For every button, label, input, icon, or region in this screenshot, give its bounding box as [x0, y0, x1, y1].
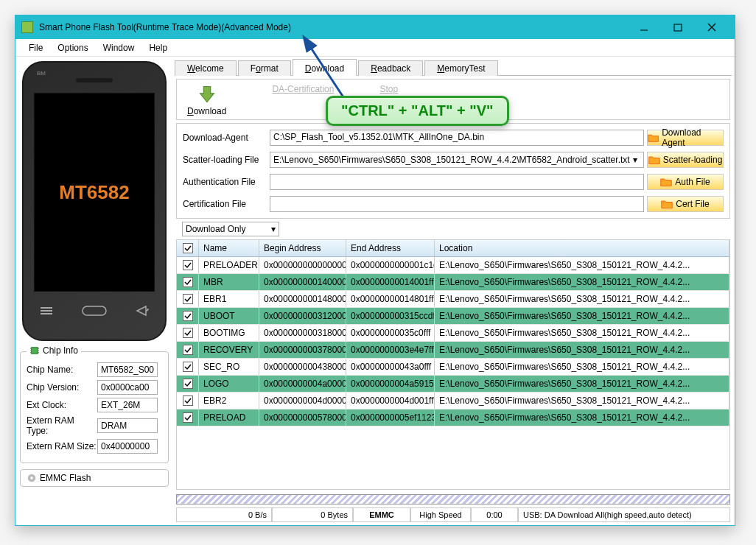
- scatter-input[interactable]: E:\Lenovo_S650\Firmwares\S650_S308_15012…: [270, 152, 644, 168]
- close-button[interactable]: [695, 15, 729, 39]
- chevron-down-icon[interactable]: ▾: [630, 155, 640, 165]
- download-agent-input[interactable]: C:\SP_Flash_Tool_v5.1352.01\MTK_AllInOne…: [270, 130, 644, 146]
- row-end: 0x0000000004d001ff: [346, 393, 435, 409]
- header-end[interactable]: End Address: [346, 240, 435, 256]
- row-check[interactable]: [177, 359, 199, 375]
- row-end: 0x0000000004a5915f: [346, 376, 435, 392]
- row-name: PRELOAD: [199, 409, 259, 426]
- checkbox[interactable]: [183, 294, 193, 304]
- row-check[interactable]: [177, 376, 199, 392]
- row-check[interactable]: [177, 325, 199, 341]
- table-row[interactable]: MBR 0x0000000001400000 0x00000000014001f…: [177, 274, 729, 291]
- chip-label: Chip Version:: [27, 382, 97, 393]
- chip-value[interactable]: [97, 398, 158, 412]
- tab-elcome[interactable]: Welcome: [175, 60, 237, 76]
- row-end: 0x00000000043a0fff: [346, 359, 435, 375]
- gear-icon: [27, 473, 37, 483]
- menu-help[interactable]: Help: [141, 41, 175, 54]
- menu-options[interactable]: Options: [50, 41, 95, 54]
- table-row[interactable]: BOOTIMG 0x0000000003180000 0x00000000035…: [177, 325, 729, 342]
- row-begin: 0x0000000004a00000: [259, 376, 346, 392]
- row-check[interactable]: [177, 342, 199, 358]
- table-row[interactable]: RECOVERY 0x0000000003780000 0x0000000003…: [177, 342, 729, 359]
- row-end: 0x0000000005ef1123: [346, 409, 435, 426]
- chip-label: Extern RAM Type:: [27, 415, 97, 436]
- header-check[interactable]: [177, 240, 199, 256]
- chip-row: Extern RAM Type:: [27, 415, 162, 436]
- status-usb: USB: DA Download All(high speed,auto det…: [518, 507, 730, 522]
- home-icon: [80, 305, 109, 317]
- chip-value[interactable]: [97, 439, 158, 454]
- header-begin[interactable]: Begin Address: [259, 240, 346, 256]
- table-row[interactable]: PRELOADER 0x0000000000000000 0x000000000…: [177, 257, 729, 274]
- svg-rect-1: [674, 24, 682, 31]
- phone-brand: BM: [37, 70, 46, 77]
- cert-input[interactable]: [270, 196, 644, 212]
- status-speed: High Speed: [410, 507, 471, 522]
- status-time: 0:00: [471, 507, 518, 522]
- chip-value[interactable]: [97, 362, 158, 377]
- chip-info-group: Chip Info Chip Name:Chip Version:Ext Clo…: [20, 351, 169, 463]
- checkbox[interactable]: [183, 395, 193, 406]
- header-name[interactable]: Name: [199, 240, 259, 256]
- download-agent-button[interactable]: Download Agent: [647, 130, 724, 146]
- row-check[interactable]: [177, 257, 199, 273]
- checkbox[interactable]: [183, 412, 193, 423]
- row-location: E:\Lenovo_S650\Firmwares\S650_S308_15012…: [435, 409, 729, 426]
- row-name: BOOTIMG: [199, 325, 259, 341]
- table-row[interactable]: UBOOT 0x0000000003120000 0x000000000315c…: [177, 308, 729, 325]
- row-check[interactable]: [177, 291, 199, 307]
- menu-window[interactable]: Window: [96, 41, 142, 54]
- table-body[interactable]: PRELOADER 0x0000000000000000 0x000000000…: [177, 257, 729, 489]
- cert-label: Certification File: [183, 199, 267, 209]
- download-button[interactable]: Download: [183, 82, 231, 118]
- table-row[interactable]: SEC_RO 0x0000000004380000 0x00000000043a…: [177, 359, 729, 376]
- shortcut-callout: "CTRL" + "ALT" + "V": [326, 96, 509, 126]
- app-icon: [21, 21, 33, 33]
- auth-button[interactable]: Auth File: [647, 174, 724, 190]
- checkbox[interactable]: [183, 345, 193, 355]
- row-check[interactable]: [177, 409, 199, 426]
- checkbox[interactable]: [183, 277, 193, 287]
- chip-row: Ext Clock:: [27, 398, 162, 412]
- progress-bar: [176, 494, 730, 504]
- minimize-button[interactable]: [627, 15, 661, 39]
- checkbox[interactable]: [183, 311, 193, 321]
- scatter-button[interactable]: Scatter-loading: [647, 152, 724, 168]
- checkbox[interactable]: [183, 379, 193, 389]
- table-row[interactable]: EBR1 0x0000000001480000 0x00000000014801…: [177, 291, 729, 308]
- row-name: SEC_RO: [199, 359, 259, 375]
- checkbox[interactable]: [183, 260, 193, 270]
- row-check[interactable]: [177, 393, 199, 409]
- row-location: E:\Lenovo_S650\Firmwares\S650_S308_15012…: [435, 342, 729, 358]
- row-check[interactable]: [177, 308, 199, 324]
- auth-input[interactable]: [270, 174, 644, 190]
- maximize-button[interactable]: [661, 15, 695, 39]
- mode-select[interactable]: Download Only ▾: [182, 222, 279, 236]
- checkbox[interactable]: [183, 362, 193, 372]
- table-row[interactable]: LOGO 0x0000000004a00000 0x0000000004a591…: [177, 376, 729, 393]
- cert-button[interactable]: Cert File: [647, 196, 724, 212]
- status-rate: 0 B/s: [176, 507, 272, 522]
- partition-table: Name Begin Address End Address Location …: [176, 239, 730, 490]
- menu-file[interactable]: File: [21, 41, 50, 54]
- checkbox[interactable]: [183, 328, 193, 338]
- status-bar: 0 B/s 0 Bytes EMMC High Speed 0:00 USB: …: [176, 507, 730, 522]
- table-row[interactable]: PRELOAD 0x0000000005780000 0x0000000005e…: [177, 409, 729, 426]
- chip-value[interactable]: [97, 418, 158, 433]
- row-name: MBR: [199, 274, 259, 290]
- svg-rect-7: [83, 306, 106, 315]
- row-end: 0x00000000014001ff: [346, 274, 435, 290]
- tab-emorytest[interactable]: MemoryTest: [424, 60, 497, 76]
- row-begin: 0x0000000004d00000: [259, 393, 346, 409]
- chip-value[interactable]: [97, 380, 158, 395]
- row-begin: 0x0000000001400000: [259, 274, 346, 290]
- row-end: 0x0000000000001c1c7: [346, 257, 435, 273]
- phone-preview: BM MT6582: [22, 61, 167, 341]
- checkbox-all[interactable]: [183, 243, 193, 253]
- row-check[interactable]: [177, 274, 199, 290]
- table-row[interactable]: EBR2 0x0000000004d00000 0x0000000004d001…: [177, 393, 729, 409]
- header-location[interactable]: Location: [435, 240, 729, 256]
- row-begin: 0x0000000003780000: [259, 342, 346, 358]
- emmc-flash-header[interactable]: EMMC Flash: [20, 469, 169, 487]
